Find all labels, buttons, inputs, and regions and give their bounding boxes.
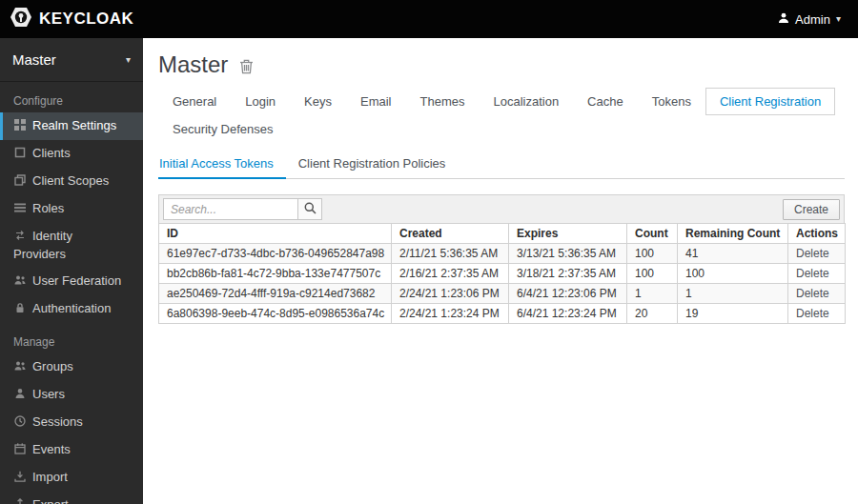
subtab-initial-access-tokens[interactable]: Initial Access Tokens <box>158 151 286 179</box>
realm-settings-icon <box>13 118 27 135</box>
table-row: 6a806398-9eeb-474c-8d95-e0986536a74c 2/2… <box>159 304 846 324</box>
sidebar-item-identity-providers[interactable]: Identity Providers <box>0 223 143 268</box>
cell-id: 61e97ec7-d733-4dbc-b736-049652847a98 <box>159 244 392 264</box>
col-header-count: Count <box>627 224 678 244</box>
cell-id: bb2cb86b-fa81-4c72-9bba-133e7477507c <box>159 264 392 284</box>
sidebar-item-label: Realm Settings <box>32 118 116 132</box>
sidebar-item-sessions[interactable]: Sessions <box>0 409 143 436</box>
cell-created: 2/24/21 1:23:24 PM <box>392 304 509 324</box>
sidebar-item-clients[interactable]: Clients <box>0 140 143 168</box>
delete-realm-button[interactable] <box>239 59 254 74</box>
keycloak-admin-console: KEYCLOAK Admin ▾ Master ▾ Configure <box>0 0 858 504</box>
sidebar-item-label: Sessions <box>32 414 83 429</box>
sidebar-item-label: Authentication <box>32 301 111 315</box>
caret-down-icon: ▾ <box>126 55 131 65</box>
search-button[interactable] <box>298 198 322 220</box>
col-header-actions: Actions <box>788 224 846 244</box>
cell-remaining-count: 19 <box>678 304 788 324</box>
sidebar-item-label: Export <box>32 497 69 504</box>
sidebar-item-authentication[interactable]: Authentication <box>0 295 143 323</box>
clock-icon <box>13 414 27 432</box>
sidebar-item-groups[interactable]: Groups <box>0 353 143 381</box>
keycloak-logo-icon <box>10 6 32 32</box>
tab-localization[interactable]: Localization <box>479 88 573 115</box>
cell-count: 100 <box>627 244 678 264</box>
delete-button[interactable]: Delete <box>796 287 829 300</box>
sidebar-item-label: Clients <box>32 146 71 160</box>
brand-text: KEYCLOAK <box>39 10 133 29</box>
tab-general[interactable]: General <box>158 88 231 115</box>
cell-remaining-count: 41 <box>678 244 788 264</box>
client-scopes-icon <box>13 173 27 191</box>
subtab-client-registration-policies[interactable]: Client Registration Policies <box>286 151 459 179</box>
cell-count: 100 <box>627 264 678 284</box>
table-row: bb2cb86b-fa81-4c72-9bba-133e7477507c 2/1… <box>159 264 846 284</box>
sidebar-item-users[interactable]: Users <box>0 381 143 409</box>
sidebar-item-label: Users <box>32 387 65 401</box>
client-registration-subtab-bar: Initial Access Tokens Client Registratio… <box>158 151 845 179</box>
groups-icon <box>13 359 27 376</box>
cell-created: 2/16/21 2:37:35 AM <box>392 264 509 284</box>
sidebar-item-label: Groups <box>32 359 73 373</box>
cell-actions: Delete <box>788 304 846 324</box>
tab-tokens[interactable]: Tokens <box>638 88 705 115</box>
sidebar-item-events[interactable]: Events <box>0 436 143 464</box>
clients-icon <box>13 146 27 163</box>
table-toolbar: Create <box>158 194 845 223</box>
search-icon <box>304 202 317 217</box>
user-menu[interactable]: Admin ▾ <box>778 12 841 27</box>
cell-actions: Delete <box>788 264 846 284</box>
lock-icon <box>13 301 27 318</box>
col-header-id: ID <box>159 224 392 244</box>
tab-security-defenses[interactable]: Security Defenses <box>158 115 288 143</box>
sidebar-item-label: User Federation <box>32 273 121 288</box>
table-row: 61e97ec7-d733-4dbc-b736-049652847a98 2/1… <box>159 244 846 264</box>
tab-login[interactable]: Login <box>231 88 290 115</box>
cell-actions: Delete <box>788 244 846 264</box>
main-content: Master General Login Keys Email Themes L… <box>143 38 858 504</box>
sidebar-item-realm-settings[interactable]: Realm Settings <box>0 112 143 140</box>
delete-button[interactable]: Delete <box>796 247 829 260</box>
calendar-icon <box>13 442 27 459</box>
realm-tab-bar: General Login Keys Email Themes Localiza… <box>158 88 845 143</box>
col-header-created: Created <box>392 224 509 244</box>
table-row: ae250469-72d4-4fff-919a-c9214ed73682 2/2… <box>159 284 846 304</box>
roles-icon <box>13 201 27 218</box>
caret-down-icon: ▾ <box>836 14 841 24</box>
nav-section-manage: Manage <box>0 323 143 353</box>
cell-expires: 6/4/21 12:23:06 PM <box>509 284 627 304</box>
keycloak-brand[interactable]: KEYCLOAK <box>10 6 133 32</box>
delete-button[interactable]: Delete <box>796 267 829 280</box>
tab-client-registration[interactable]: Client Registration <box>705 88 835 115</box>
initial-access-tokens-table: ID Created Expires Count Remaining Count… <box>158 223 846 324</box>
import-icon <box>13 470 27 487</box>
search-input[interactable] <box>163 198 298 220</box>
sidebar-item-export[interactable]: Export <box>0 492 143 504</box>
sidebar-item-label: Import <box>32 470 68 484</box>
cell-created: 2/24/21 1:23:06 PM <box>392 284 509 304</box>
realm-selector-label: Master <box>12 51 56 68</box>
table-header-row: ID Created Expires Count Remaining Count… <box>159 224 846 244</box>
cell-expires: 3/18/21 2:37:35 AM <box>509 264 627 284</box>
sidebar-item-user-federation[interactable]: User Federation <box>0 268 143 295</box>
sidebar: Master ▾ Configure Realm Settings Client… <box>0 38 143 504</box>
realm-selector[interactable]: Master ▾ <box>0 38 143 82</box>
sidebar-item-label: Client Scopes <box>32 173 109 188</box>
col-header-expires: Expires <box>509 224 627 244</box>
sidebar-item-client-scopes[interactable]: Client Scopes <box>0 168 143 195</box>
cell-expires: 6/4/21 12:23:24 PM <box>509 304 627 324</box>
sidebar-item-import[interactable]: Import <box>0 464 143 492</box>
nav-section-configure: Configure <box>0 82 143 112</box>
tab-cache[interactable]: Cache <box>573 88 638 115</box>
cell-expires: 3/13/21 5:36:35 AM <box>509 244 627 264</box>
user-federation-icon <box>13 273 27 291</box>
user-icon <box>778 12 789 27</box>
delete-button[interactable]: Delete <box>796 307 829 320</box>
tab-themes[interactable]: Themes <box>405 88 479 115</box>
tab-keys[interactable]: Keys <box>290 88 346 115</box>
create-button[interactable]: Create <box>783 199 840 220</box>
tab-email[interactable]: Email <box>346 88 406 115</box>
cell-created: 2/11/21 5:36:35 AM <box>392 244 509 264</box>
sidebar-item-roles[interactable]: Roles <box>0 195 143 223</box>
identity-providers-icon <box>13 229 27 246</box>
